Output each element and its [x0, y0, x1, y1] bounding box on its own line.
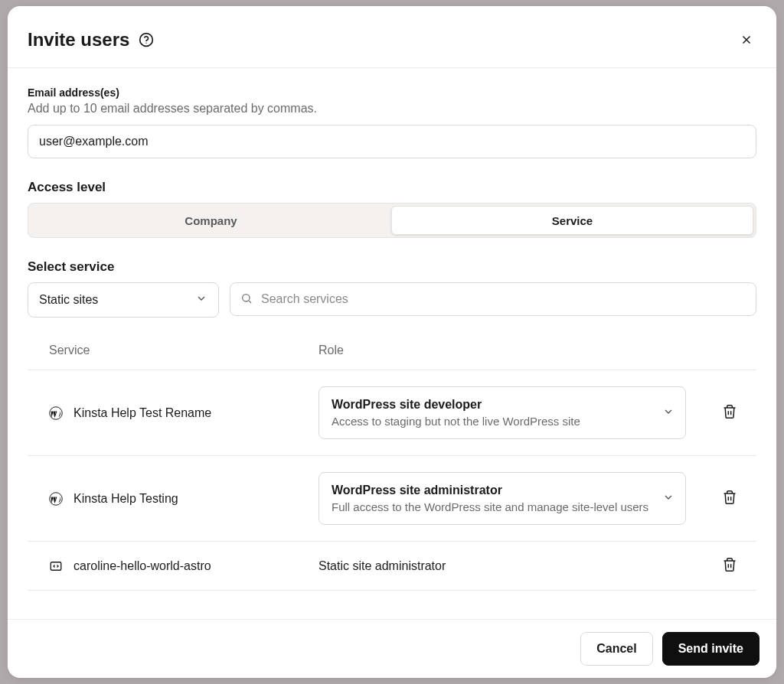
remove-row-button[interactable] [717, 485, 742, 512]
send-invite-button[interactable]: Send invite [662, 632, 760, 666]
service-search-input[interactable] [230, 282, 756, 316]
table-row: Kinsta Help Testing WordPress site admin… [28, 456, 756, 542]
email-label: Email address(es) [28, 86, 756, 99]
service-cell: Kinsta Help Testing [28, 492, 318, 506]
modal-footer: Cancel Send invite [8, 619, 776, 678]
remove-row-button[interactable] [717, 399, 742, 426]
trash-icon [722, 563, 737, 575]
col-header-role: Role [318, 344, 703, 357]
role-plain-text: Static site administrator [318, 559, 703, 573]
role-title: WordPress site administrator [332, 484, 652, 497]
col-header-action [703, 344, 756, 357]
service-type-select[interactable]: Static sites [28, 282, 219, 318]
svg-point-0 [140, 34, 153, 47]
modal-title: Invite users [28, 29, 129, 50]
select-service-label: Select service [28, 259, 756, 275]
role-cell: WordPress site developer Access to stagi… [318, 373, 703, 453]
modal-header: Invite users [8, 6, 776, 68]
cancel-button[interactable]: Cancel [580, 632, 652, 666]
access-level-label: Access level [28, 180, 756, 195]
service-type-value: Static sites [39, 293, 98, 307]
services-table: Service Role Kinsta Help Test Rename Wor… [28, 344, 756, 591]
col-header-service: Service [28, 344, 318, 357]
wordpress-icon [49, 406, 63, 420]
svg-point-2 [243, 295, 250, 301]
trash-icon [722, 496, 737, 507]
role-description: Access to staging but not the live WordP… [332, 415, 652, 428]
chevron-down-icon [195, 292, 207, 308]
help-icon[interactable] [139, 32, 154, 47]
access-level-tabs: Company Service [28, 203, 756, 238]
action-cell [703, 552, 756, 579]
invite-users-modal: Invite users Email address(es) Add up to… [8, 6, 776, 678]
service-filter-row: Static sites [28, 282, 756, 318]
service-type-select-wrap: Static sites [28, 282, 219, 318]
email-input[interactable] [28, 125, 756, 158]
svg-rect-5 [51, 562, 61, 570]
action-cell [703, 399, 756, 426]
chevron-down-icon [662, 406, 675, 421]
table-row: Kinsta Help Test Rename WordPress site d… [28, 370, 756, 456]
service-search-wrap [230, 282, 756, 318]
trash-icon [722, 410, 737, 422]
search-icon [240, 292, 253, 308]
chevron-down-icon [662, 491, 675, 506]
service-cell: caroline-hello-world-astro [28, 559, 318, 573]
email-hint: Add up to 10 email addresses separated b… [28, 102, 756, 116]
table-row: caroline-hello-world-astro Static site a… [28, 542, 756, 591]
action-cell [703, 485, 756, 512]
table-header: Service Role [28, 344, 756, 370]
tab-service[interactable]: Service [391, 206, 753, 235]
role-description: Full access to the WordPress site and ma… [332, 500, 652, 513]
svg-point-1 [146, 43, 147, 44]
title-wrap: Invite users [28, 29, 154, 50]
close-icon [740, 33, 753, 47]
role-title: WordPress site developer [332, 398, 652, 412]
service-cell: Kinsta Help Test Rename [28, 406, 318, 420]
service-name: Kinsta Help Test Rename [74, 406, 211, 420]
role-select[interactable]: WordPress site developer Access to stagi… [318, 386, 686, 439]
remove-row-button[interactable] [717, 552, 742, 579]
wordpress-icon [49, 492, 63, 506]
close-button[interactable] [737, 30, 756, 50]
static-site-icon [49, 559, 63, 573]
role-cell: WordPress site administrator Full access… [318, 458, 703, 539]
role-select[interactable]: WordPress site administrator Full access… [318, 472, 686, 525]
modal-body: Email address(es) Add up to 10 email add… [8, 68, 776, 619]
service-name: Kinsta Help Testing [74, 492, 178, 506]
tab-company[interactable]: Company [31, 206, 391, 235]
service-name: caroline-hello-world-astro [74, 559, 211, 573]
role-cell: Static site administrator [318, 546, 703, 587]
